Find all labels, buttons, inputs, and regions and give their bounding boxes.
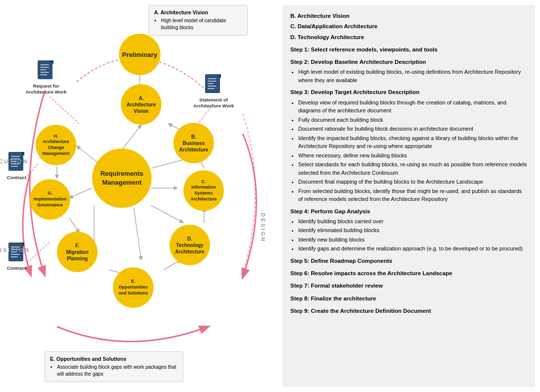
rp-step4-list: Identify building blocks carried over Id… xyxy=(298,217,527,253)
rp-step2-list: High level model of existing building bl… xyxy=(298,68,527,84)
svg-rect-35 xyxy=(11,156,20,157)
rp-step3-item3: Document rationale for building block de… xyxy=(298,125,527,133)
rp-d-title: D. Technology Architecture xyxy=(290,33,527,42)
rp-step3-list: Develop view of required building blocks… xyxy=(298,98,527,203)
rp-b-title: B. Architecture Vision xyxy=(290,12,527,20)
rp-step4: Step 4: Perform Gap Analysis xyxy=(290,207,527,216)
rp-step4-item1: Identify building blocks carried over xyxy=(298,217,527,226)
rp-step3-item2: Fully document each building block xyxy=(298,116,527,124)
rp-step3-item6: Select standards for each building block… xyxy=(298,160,527,177)
svg-line-6 xyxy=(69,188,92,198)
node-f-label: F.MigrationPlanning xyxy=(66,243,89,262)
svg-rect-32 xyxy=(208,88,215,89)
callout-bottom-list: Associate building block gaps with work … xyxy=(57,364,178,378)
node-b: B.BusinessArchitecture xyxy=(173,123,214,163)
node-h: H.ArchitectureChangeManagement xyxy=(36,125,76,165)
doc-req-arch: Request forArchitecture Work xyxy=(26,59,66,96)
svg-rect-31 xyxy=(208,86,216,87)
svg-rect-21 xyxy=(40,64,49,65)
rp-step5: Step 5: Define Roadmap Components xyxy=(290,257,527,265)
svg-line-10 xyxy=(69,218,79,233)
label-design: DESIGN xyxy=(260,213,266,243)
diagram-area: A. Architecture Vision High level model … xyxy=(0,0,282,392)
node-e: E.Opportunitiesand Solutions xyxy=(113,267,154,308)
doc-req-arch-label: Request forArchitecture Work xyxy=(26,83,66,96)
svg-rect-25 xyxy=(40,74,47,75)
callout-bottom-item: Associate building block gaps with work … xyxy=(57,364,178,378)
svg-rect-45 xyxy=(11,254,20,255)
svg-rect-29 xyxy=(208,81,216,82)
doc-statement-label: Statement ofArchitecture Work xyxy=(193,97,234,109)
node-f: F.MigrationPlanning xyxy=(57,232,98,272)
node-a-label: A.ArchitectureVision xyxy=(127,95,156,114)
node-c-label: C.InformationSystemsArchitecture xyxy=(190,179,216,202)
rp-step4-item4: Identify gaps and determine the realizat… xyxy=(298,245,527,253)
svg-line-4 xyxy=(134,208,141,260)
node-e-label: E.Opportunitiesand Solutions xyxy=(118,279,148,296)
doc-statement: Statement ofArchitecture Work xyxy=(193,73,234,109)
svg-line-19 xyxy=(27,243,50,262)
node-d: D.TechnologyArchitecture xyxy=(169,225,210,265)
svg-rect-28 xyxy=(208,78,216,79)
rp-step4-item2: Identify eliminated building blocks xyxy=(298,226,527,235)
label-transition: TRANSITION xyxy=(0,247,30,253)
rp-step3-item1: Develop view of required building blocks… xyxy=(298,98,527,115)
rp-step8: Step 8: Finalize the architecture xyxy=(290,294,527,303)
svg-rect-39 xyxy=(11,166,18,167)
rp-step3: Step 3: Develop Target Architecture Desc… xyxy=(290,88,527,97)
svg-rect-23 xyxy=(40,69,46,70)
node-preliminary-label: Preliminary xyxy=(122,51,158,58)
rp-step1: Step 1: Select reference models, viewpoi… xyxy=(290,46,527,54)
svg-rect-46 xyxy=(11,256,18,257)
node-h-label: H.ArchitectureChangeManagement xyxy=(42,134,69,157)
rp-step3-item8: From selected building blocks, identify … xyxy=(298,187,527,203)
doc-contract2-label: Contract xyxy=(7,265,26,271)
doc-contract2: Contract xyxy=(7,242,26,271)
svg-line-18 xyxy=(27,163,39,176)
callout-bottom-title: E. Opportunities and Solutions xyxy=(50,356,178,362)
svg-rect-24 xyxy=(40,72,49,73)
node-d-label: D.TechnologyArchitecture xyxy=(175,236,205,255)
doc-contract1-label: Contract xyxy=(7,175,26,181)
rp-step2-item1: High level model of existing building bl… xyxy=(298,68,527,84)
node-g: G.ImplementationGovernance xyxy=(30,179,70,220)
svg-rect-30 xyxy=(208,83,214,84)
rp-step2: Step 2: Develop Baseline Architecture De… xyxy=(290,58,527,66)
main-container: A. Architecture Vision High level model … xyxy=(0,0,540,392)
rp-step6: Step 6: Resolve impacts across the Archi… xyxy=(290,269,527,278)
rp-c-title: C. Data/Application Architecture xyxy=(290,22,527,31)
rp-step9: Step 9: Create the Architecture Definiti… xyxy=(290,307,527,315)
rp-step3-item5: Where necessary, define new building blo… xyxy=(298,151,527,160)
right-panel: B. Architecture Vision C. Data/Applicati… xyxy=(282,5,535,387)
node-center-label: RequirementsManagement xyxy=(101,169,144,187)
rp-step4-item3: Identify new building blocks xyxy=(298,236,527,244)
node-center: RequirementsManagement xyxy=(92,148,152,208)
callout-bottom: E. Opportunities and Solutions Associate… xyxy=(45,351,183,382)
node-b-label: B.BusinessArchitecture xyxy=(179,134,209,153)
svg-line-0 xyxy=(121,125,141,151)
svg-rect-22 xyxy=(40,67,49,68)
node-g-label: G.ImplementationGovernance xyxy=(34,191,67,208)
rp-step3-item7: Document final mapping of the building b… xyxy=(298,178,527,186)
node-c: C.InformationSystemsArchitecture xyxy=(183,170,224,211)
svg-line-16 xyxy=(50,97,79,124)
node-preliminary: Preliminary xyxy=(119,34,161,75)
rp-step7: Step 7: Formal stakeholder review xyxy=(290,282,527,290)
rp-step3-item4: Identify the impacted building blocks, c… xyxy=(298,134,527,150)
doc-contract1: Contract xyxy=(7,151,26,181)
node-a: A.ArchitectureVision xyxy=(121,84,162,125)
label-execution: EXECUTION xyxy=(0,158,29,164)
svg-line-3 xyxy=(151,205,183,223)
